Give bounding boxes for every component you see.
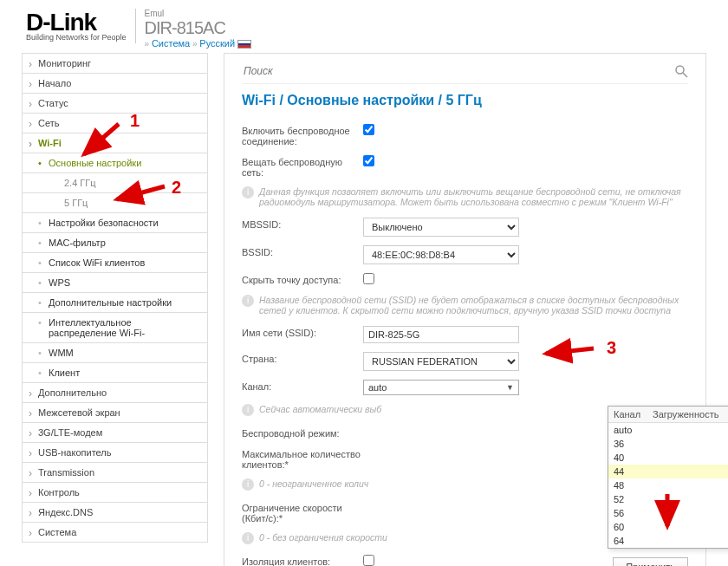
select-mbssid[interactable]: Выключено (363, 218, 519, 237)
search-input[interactable] (242, 64, 674, 78)
checkbox-enable-wireless[interactable] (363, 124, 374, 135)
channel-option[interactable]: 48 (608, 478, 728, 492)
channel-option[interactable]: 44 (608, 465, 728, 478)
device-model: DIR-815AC (145, 18, 251, 38)
link-system[interactable]: Система (152, 38, 190, 49)
svg-line-1 (683, 73, 687, 77)
channel-option[interactable]: 52 (608, 492, 728, 506)
brand-tagline: Building Networks for People (26, 33, 127, 42)
sidebar-sub-advanced[interactable]: Дополнительные настройки (22, 293, 208, 313)
hint-hide: i Название беспроводной сети (SSID) не б… (242, 295, 688, 316)
annotation-num-2: 2 (172, 178, 181, 198)
channel-option[interactable]: 40 (608, 451, 728, 465)
sidebar-sub-macfilter[interactable]: MAC-фильтр (22, 233, 208, 253)
header: D-Link Building Networks for People Emul… (0, 0, 728, 53)
svg-point-0 (676, 66, 684, 74)
info-icon: i (242, 404, 254, 416)
main-panel: Wi-Fi / Основные настройки / 5 ГГц Включ… (224, 53, 706, 566)
label-hide-ap: Скрыть точку доступа: (242, 273, 363, 285)
sidebar-sub-client[interactable]: Клиент (22, 363, 208, 383)
sidebar-item-network[interactable]: Сеть (22, 114, 208, 133)
apply-button[interactable]: Применить (613, 557, 688, 566)
header-info: Emul DIR-815AC » Система » Русский (145, 9, 251, 49)
annotation-num-3: 3 (607, 338, 616, 358)
sidebar-item-firewall[interactable]: Межсетевой экран (22, 403, 208, 423)
emul-label: Emul (145, 9, 251, 18)
channel-option[interactable]: 56 (608, 506, 728, 520)
sidebar-item-transmission[interactable]: Transmission (22, 463, 208, 483)
sidebar: Мониторинг Начало Статус Сеть Wi-Fi Осно… (22, 53, 208, 566)
select-bssid[interactable]: 48:EE:0C:98:D8:B4 (363, 245, 519, 264)
sidebar-sub-clientlist[interactable]: Список WiFi клиентов (22, 253, 208, 273)
divider (135, 9, 136, 43)
label-enable-wireless: Включить беспроводное соединение: (242, 124, 363, 146)
channel-dropdown[interactable]: Канал Загруженность auto3640444852566064 (608, 406, 728, 549)
label-bssid: BSSID: (242, 245, 363, 257)
sidebar-item-wifi[interactable]: Wi-Fi (22, 133, 208, 153)
label-broadcast: Вещать беспроводную сеть: (242, 155, 363, 178)
info-icon: i (242, 478, 254, 491)
label-wireless-mode: Беспроводной режим: (242, 426, 363, 439)
sidebar-item-usb[interactable]: USB-накопитель (22, 443, 208, 463)
sidebar-item-3g[interactable]: 3G/LTE-модем (22, 423, 208, 443)
link-language[interactable]: Русский (199, 38, 235, 49)
sidebar-item-status[interactable]: Статус (22, 94, 208, 114)
flag-icon (237, 40, 251, 49)
dropdown-header: Канал Загруженность (608, 407, 728, 423)
checkbox-isolate[interactable] (363, 555, 374, 566)
channel-option[interactable]: 64 (608, 534, 728, 548)
info-icon: i (242, 295, 254, 307)
chevron-down-icon: ▼ (506, 383, 514, 392)
info-icon: i (242, 186, 254, 198)
label-isolate: Изоляция клиентов: (242, 555, 363, 566)
channel-option[interactable]: auto (608, 423, 728, 437)
header-links: » Система » Русский (145, 38, 251, 49)
sidebar-item-yandexdns[interactable]: Яндекс.DNS (22, 503, 208, 523)
page-title: Wi-Fi / Основные настройки / 5 ГГц (242, 93, 688, 108)
sidebar-item-control[interactable]: Контроль (22, 483, 208, 503)
checkbox-hide-ap[interactable] (363, 273, 374, 284)
select-country[interactable]: RUSSIAN FEDERATION (363, 352, 519, 371)
select-channel[interactable]: auto ▼ (363, 380, 519, 395)
search-icon[interactable] (674, 64, 688, 78)
channel-option[interactable]: 36 (608, 437, 728, 451)
annotation-num-1: 1 (130, 111, 140, 131)
sidebar-sub-security[interactable]: Настройки безопасности (22, 213, 208, 233)
channel-option[interactable]: 60 (608, 520, 728, 534)
search-row (242, 64, 688, 84)
label-country: Страна: (242, 352, 363, 364)
sidebar-item-system[interactable]: Система (22, 523, 208, 543)
sidebar-sub-wmm[interactable]: WMM (22, 343, 208, 363)
label-speed-limit: Ограничение скорости (Кбит/с):* (242, 501, 363, 524)
label-ssid: Имя сети (SSID): (242, 326, 363, 338)
checkbox-broadcast[interactable] (363, 155, 374, 166)
brand-logo: D-Link Building Networks for People (26, 9, 127, 42)
label-mbssid: MBSSID: (242, 218, 363, 230)
input-ssid[interactable] (363, 326, 519, 343)
info-icon: i (242, 532, 254, 544)
label-channel: Канал: (242, 380, 363, 392)
sidebar-sub-basic[interactable]: Основные настройки (22, 153, 208, 173)
sidebar-sub-smart[interactable]: Интеллектуальное распределение Wi-Fi- (22, 313, 208, 343)
sidebar-item-additional[interactable]: Дополнительно (22, 383, 208, 403)
label-max-clients: Максимальное количество клиентов:* (242, 447, 363, 470)
sidebar-item-start[interactable]: Начало (22, 74, 208, 94)
sidebar-sub-wps[interactable]: WPS (22, 273, 208, 293)
sidebar-item-monitoring[interactable]: Мониторинг (22, 53, 208, 74)
hint-broadcast: i Данная функция позволяет включить или … (242, 186, 688, 207)
